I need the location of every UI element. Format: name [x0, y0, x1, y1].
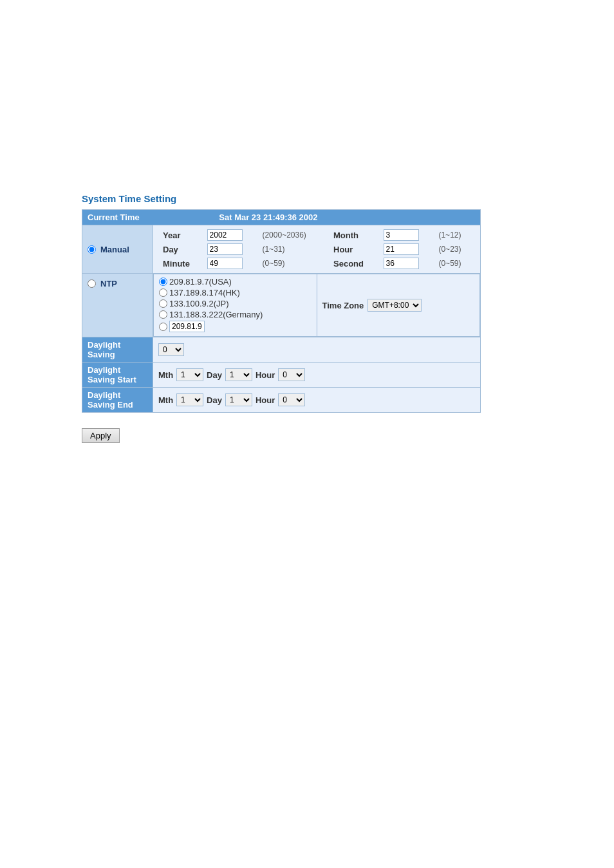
manual-label: Manual	[100, 245, 129, 254]
ntp-radio-container: NTP	[88, 279, 147, 288]
manual-content-cell: Year (2000~2036) Month (1~12) Day	[153, 225, 481, 274]
daylight-saving-control: 0 1	[158, 343, 475, 356]
dst-start-hour-select[interactable]: 012 31223	[278, 368, 305, 381]
ntp-server-2: 137.189.8.174(HK)	[159, 288, 312, 297]
minute-input-cell	[204, 256, 259, 270]
dst-end-hour-label: Hour	[256, 395, 275, 405]
dst-start-hour-label: Hour	[256, 370, 275, 380]
hour-input-cell	[380, 242, 436, 256]
ntp-custom-input[interactable]	[169, 321, 205, 332]
dst-end-day-label: Day	[207, 395, 222, 405]
dst-end-mth-select[interactable]: 123 456 789 101112	[176, 393, 203, 406]
daylight-saving-start-label: Daylight Saving Start	[82, 363, 153, 388]
day-label: Day	[160, 242, 204, 256]
daylight-saving-value-cell: 0 1	[153, 337, 481, 363]
timezone-select[interactable]: GMT+8:00 GMT+0:00 GMT-5:00 GMT+9:00	[367, 299, 422, 312]
dst-end-controls: Mth 123 456 789 101112 Day 123 7142128 H…	[158, 393, 475, 406]
daylight-saving-end-label: Daylight Saving End	[82, 388, 153, 413]
dst-end-day-select[interactable]: 123 7142128	[225, 393, 252, 406]
ntp-server-4: 131.188.3.222(Germany)	[159, 310, 312, 319]
minute-label: Minute	[160, 256, 204, 270]
ntp-split-table: 209.81.9.7(USA) 137.189.8.174(HK) 133.10…	[153, 274, 480, 337]
manual-radio[interactable]	[88, 245, 96, 254]
ntp-servers-cell: 209.81.9.7(USA) 137.189.8.174(HK) 133.10…	[154, 274, 317, 337]
daylight-saving-end-row: Daylight Saving End Mth 123 456 789 1011…	[82, 388, 481, 413]
second-range: (0~59)	[435, 256, 474, 270]
ntp-server-radio-2[interactable]	[159, 288, 167, 297]
year-range: (2000~2036)	[259, 228, 326, 242]
current-time-value: Sat Mar 23 21:49:36 2002	[219, 212, 317, 222]
ntp-server-1: 209.81.9.7(USA)	[159, 277, 312, 287]
hour-label: Hour	[326, 242, 380, 256]
hour-input[interactable]	[384, 243, 419, 255]
apply-container: Apply	[82, 420, 532, 443]
manual-row: Manual Year (2000~2036) Month	[82, 225, 481, 274]
year-input-cell	[204, 228, 259, 242]
ntp-content-cell: 209.81.9.7(USA) 137.189.8.174(HK) 133.10…	[153, 274, 481, 337]
month-label: Month	[326, 228, 380, 242]
ntp-timezone-cell: Time Zone GMT+8:00 GMT+0:00 GMT-5:00 GMT…	[317, 274, 480, 337]
manual-label-cell: Manual	[82, 225, 153, 274]
daylight-saving-label: Daylight Saving	[82, 337, 153, 363]
daylight-saving-end-cell: Mth 123 456 789 101112 Day 123 7142128 H…	[153, 388, 481, 413]
daylight-saving-select[interactable]: 0 1	[158, 343, 184, 356]
section-title: System Time Setting	[82, 193, 532, 204]
dst-start-controls: Mth 123 456 789 101112 Day 123 7142128 H…	[158, 368, 475, 381]
second-label: Second	[326, 256, 380, 270]
manual-row-1: Year (2000~2036) Month (1~12)	[160, 228, 474, 242]
page-container: System Time Setting Current Time Sat Mar…	[82, 193, 532, 443]
day-input-cell	[204, 242, 259, 256]
main-table: Current Time Sat Mar 23 21:49:36 2002 Ma…	[82, 209, 481, 413]
day-input[interactable]	[207, 243, 243, 255]
month-input-cell	[380, 228, 436, 242]
year-label: Year	[160, 228, 204, 242]
apply-button[interactable]: Apply	[82, 428, 120, 443]
dst-end-mth-label: Mth	[158, 395, 173, 405]
dst-start-mth-select[interactable]: 123 456 789 101112	[176, 368, 203, 381]
hour-range: (0~23)	[435, 242, 474, 256]
daylight-saving-row: Daylight Saving 0 1	[82, 337, 481, 363]
dst-start-day-label: Day	[207, 370, 222, 380]
ntp-server-label-3: 133.100.9.2(JP)	[169, 299, 229, 308]
current-time-row: Current Time Sat Mar 23 21:49:36 2002	[82, 210, 481, 225]
second-input[interactable]	[384, 258, 419, 269]
manual-inner-table: Year (2000~2036) Month (1~12) Day	[160, 228, 474, 270]
ntp-server-radio-3[interactable]	[159, 299, 167, 308]
current-time-label: Current Time	[88, 212, 140, 222]
day-range: (1~31)	[259, 242, 326, 256]
month-range: (1~12)	[435, 228, 474, 242]
ntp-label-cell: NTP	[82, 274, 153, 337]
ntp-label: NTP	[100, 279, 117, 288]
month-input[interactable]	[384, 229, 419, 241]
manual-radio-container: Manual	[88, 245, 147, 254]
timezone-row: Time Zone GMT+8:00 GMT+0:00 GMT-5:00 GMT…	[322, 299, 475, 312]
daylight-saving-start-cell: Mth 123 456 789 101112 Day 123 7142128 H…	[153, 363, 481, 388]
dst-end-hour-select[interactable]: 012 31223	[278, 393, 305, 406]
ntp-row: NTP 209.81.9.7(USA)	[82, 274, 481, 337]
dst-start-mth-label: Mth	[158, 370, 173, 380]
ntp-server-label-1: 209.81.9.7(USA)	[169, 277, 232, 287]
year-input[interactable]	[207, 229, 243, 241]
manual-row-3: Minute (0~59) Second (0~59)	[160, 256, 474, 270]
ntp-server-radio-1[interactable]	[159, 278, 167, 286]
manual-row-2: Day (1~31) Hour (0~23)	[160, 242, 474, 256]
ntp-server-label-4: 131.188.3.222(Germany)	[169, 310, 263, 319]
minute-range: (0~59)	[259, 256, 326, 270]
timezone-label: Time Zone	[322, 301, 364, 310]
ntp-server-radio-4[interactable]	[159, 310, 167, 319]
ntp-server-5	[159, 321, 312, 332]
second-input-cell	[380, 256, 436, 270]
ntp-split-row: 209.81.9.7(USA) 137.189.8.174(HK) 133.10…	[154, 274, 480, 337]
ntp-server-3: 133.100.9.2(JP)	[159, 299, 312, 308]
ntp-server-radio-5[interactable]	[159, 323, 167, 331]
ntp-server-label-2: 137.189.8.174(HK)	[169, 288, 240, 297]
minute-input[interactable]	[207, 258, 243, 269]
daylight-saving-start-row: Daylight Saving Start Mth 123 456 789 10…	[82, 363, 481, 388]
ntp-radio[interactable]	[88, 279, 96, 288]
dst-start-day-select[interactable]: 123 7142128	[225, 368, 252, 381]
